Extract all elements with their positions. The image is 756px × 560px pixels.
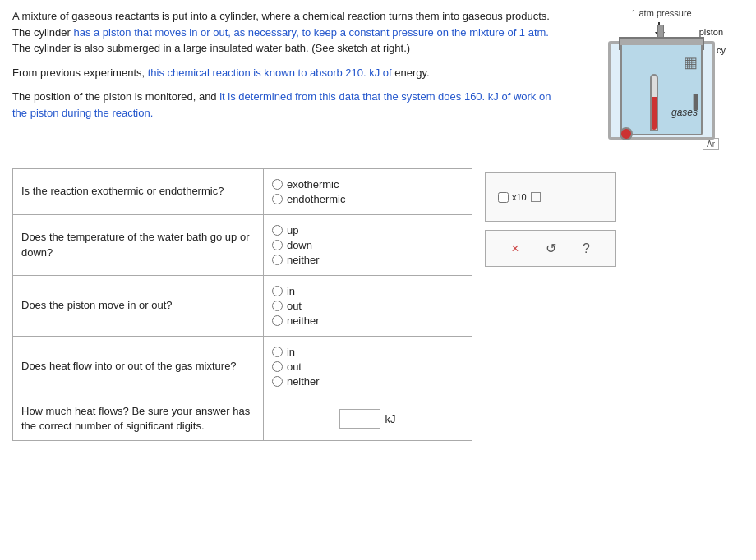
label-down: down xyxy=(287,239,312,251)
question-text-5: How much heat flows? Be sure your answer… xyxy=(21,405,250,432)
radio-out-q4[interactable] xyxy=(272,361,283,372)
label-neither-q2: neither xyxy=(287,254,320,266)
radio-endothermic[interactable] xyxy=(272,194,283,204)
label-out-q4: out xyxy=(287,360,302,373)
radio-down[interactable] xyxy=(272,240,283,250)
right-panel: x10 × ↺ ? xyxy=(485,168,616,441)
diagram: 1 atm pressure piston cy gases xyxy=(579,8,744,152)
label-endothermic: endothermic xyxy=(287,193,346,205)
paragraph1: A mixture of gaseous reactants is put in… xyxy=(12,8,567,57)
pressure-label: 1 atm pressure xyxy=(631,8,691,18)
radio-up[interactable] xyxy=(272,225,283,236)
heat-input[interactable] xyxy=(339,409,380,429)
clear-button[interactable]: × xyxy=(508,240,522,258)
multiplier-box: x10 xyxy=(485,172,616,222)
radio-out-q3[interactable] xyxy=(272,301,283,311)
cylinder-body: gases ▦ ▐ xyxy=(620,45,703,135)
label-neither-q4: neither xyxy=(287,375,320,388)
question-table: Is the reaction exothermic or endothermi… xyxy=(12,168,472,441)
label-in-q4: in xyxy=(287,346,295,358)
answer-cell-3: in out neither xyxy=(263,276,472,337)
option-neither-q3: neither xyxy=(272,314,463,327)
answer-cell-2: up down neither xyxy=(263,215,472,276)
label-neither-q3: neither xyxy=(287,314,320,327)
option-in-q3: in xyxy=(272,285,463,297)
label-up: up xyxy=(287,224,298,236)
table-row: How much heat flows? Be sure your answer… xyxy=(13,397,472,441)
cylinder-diagram: piston cy gases ▦ ▐ Ar xyxy=(596,21,727,152)
help-button[interactable]: ? xyxy=(579,240,593,258)
radio-neither-q4[interactable] xyxy=(272,376,283,387)
cy-label: cy xyxy=(717,45,726,55)
option-out-q4: out xyxy=(272,360,463,373)
ar-badge: Ar xyxy=(703,138,719,150)
table-row: Does the temperature of the water bath g… xyxy=(13,215,472,276)
table-row: Is the reaction exothermic or endothermi… xyxy=(13,169,472,215)
controls-box: × ↺ ? xyxy=(485,230,616,267)
superscript-box xyxy=(531,192,541,202)
heat-input-group: kJ xyxy=(272,409,463,429)
thermometer xyxy=(650,74,658,131)
radio-in-q3[interactable] xyxy=(272,286,283,296)
radio-exothermic[interactable] xyxy=(272,179,283,190)
table-row: Does the piston move in or out? in out n… xyxy=(13,276,472,337)
answer-cell-5: kJ xyxy=(263,397,472,441)
calculator-icon: ▦ xyxy=(684,53,698,71)
question-text-2: Does the temperature of the water bath g… xyxy=(21,231,250,258)
radio-neither-q2[interactable] xyxy=(272,255,283,265)
piston-label: piston xyxy=(699,27,723,37)
table-row: Does heat flow into or out of the gas mi… xyxy=(13,337,472,397)
kj-unit: kJ xyxy=(385,413,395,425)
label-in-q3: in xyxy=(287,285,295,297)
chart-icon: ▐ xyxy=(689,94,698,109)
problem-text: A mixture of gaseous reactants is put in… xyxy=(12,8,567,152)
option-out-q3: out xyxy=(272,300,463,312)
option-neither-q4: neither xyxy=(272,375,463,388)
option-exothermic: exothermic xyxy=(272,178,463,190)
x10-label: x10 xyxy=(512,192,527,202)
question-cell-4: Does heat flow into or out of the gas mi… xyxy=(13,337,264,397)
blue-text-3: it is determined from this data that the… xyxy=(12,90,551,119)
paragraph3: The position of the piston is monitored,… xyxy=(12,89,567,121)
option-up: up xyxy=(272,224,463,236)
question-cell-1: Is the reaction exothermic or endothermi… xyxy=(13,169,264,215)
multiplier-checkbox[interactable] xyxy=(498,192,509,203)
label-exothermic: exothermic xyxy=(287,178,339,190)
option-neither-q2: neither xyxy=(272,254,463,266)
option-endothermic: endothermic xyxy=(272,193,463,205)
blue-text-1: has a piston that moves in or out, as ne… xyxy=(73,26,549,39)
label-out-q3: out xyxy=(287,300,302,312)
question-cell-2: Does the temperature of the water bath g… xyxy=(13,215,264,276)
question-cell-3: Does the piston move in or out? xyxy=(13,276,264,337)
reset-button[interactable]: ↺ xyxy=(542,239,560,258)
radio-neither-q3[interactable] xyxy=(272,315,283,326)
option-down: down xyxy=(272,239,463,251)
paragraph2: From previous experiments, this chemical… xyxy=(12,65,567,81)
thermometer-fill xyxy=(652,97,657,130)
answer-cell-4: in out neither xyxy=(263,337,472,397)
question-text-1: Is the reaction exothermic or endothermi… xyxy=(21,185,224,197)
answer-cell-1: exothermic endothermic xyxy=(263,169,472,215)
question-text-4: Does heat flow into or out of the gas mi… xyxy=(21,360,237,372)
blue-text-2: this chemical reaction is known to absor… xyxy=(148,67,392,79)
question-text-3: Does the piston move in or out? xyxy=(21,299,173,311)
option-in-q4: in xyxy=(272,346,463,358)
question-cell-5: How much heat flows? Be sure your answer… xyxy=(13,397,264,441)
thermometer-bulb xyxy=(620,127,633,140)
radio-in-q4[interactable] xyxy=(272,347,283,357)
